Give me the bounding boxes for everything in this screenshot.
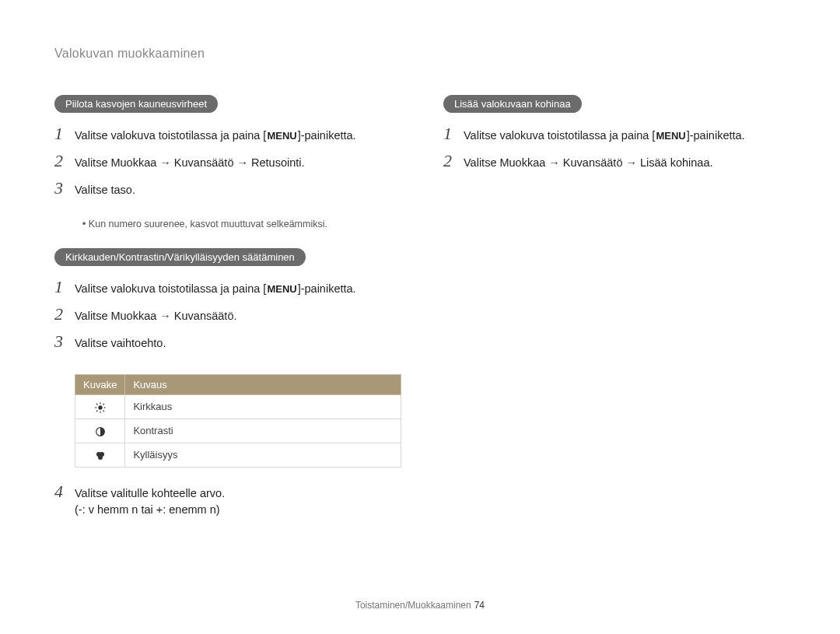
table-cell-desc: Kylläisyys [125, 443, 401, 467]
step-main: Valitse valitulle kohteelle arvo. [75, 487, 225, 499]
step-text: Valitse valokuva toistotilassa ja paina … [464, 128, 745, 145]
step-text: Valitse Muokkaa → Kuvansäätö → Lisää koh… [464, 155, 713, 172]
step-item: 2 Valitse Muokkaa → Kuvansäätö → Retusoi… [54, 151, 397, 172]
svg-line-7 [96, 410, 97, 411]
step-item: 4 Valitse valitulle kohteelle arvo. (-: … [54, 482, 397, 520]
note-blemishes: Kun numero suurenee, kasvot muuttuvat se… [82, 219, 397, 229]
table-row: Kylläisyys [75, 443, 401, 467]
content-columns: Piilota kasvojen kauneusvirheet 1 Valits… [54, 92, 786, 541]
pill-add-noise: Lisää valokuvaan kohinaa [443, 95, 582, 113]
step-text: Valitse valokuva toistotilassa ja paina … [75, 128, 356, 145]
contrast-icon [75, 419, 125, 443]
step-item: 3 Valitse vaihtoehto. [54, 331, 397, 352]
step-number: 2 [443, 151, 464, 171]
steps-add-noise: 1 Valitse valokuva toistotilassa ja pain… [443, 124, 786, 172]
brightness-icon [75, 394, 125, 419]
step-number: 1 [443, 124, 464, 144]
step-pre: Valitse valokuva toistotilassa ja paina … [75, 129, 266, 142]
saturation-icon [75, 443, 125, 467]
right-column: Lisää valokuvaan kohinaa 1 Valitse valok… [443, 92, 786, 541]
step-text: Valitse Muokkaa → Kuvansäätö. [75, 308, 236, 325]
table-header-desc: Kuvaus [125, 374, 401, 394]
svg-line-8 [103, 404, 103, 405]
step-text: Valitse valokuva toistotilassa ja paina … [75, 281, 356, 298]
page-number: 74 [474, 600, 485, 611]
pill-adjust-bcs: Kirkkauden/Kontrastin/Värikylläisyyden s… [54, 248, 306, 266]
step-number: 2 [54, 151, 75, 171]
step-number: 1 [54, 124, 75, 144]
step-post: ]-painiketta. [298, 282, 356, 295]
step-item: 2 Valitse Muokkaa → Kuvansäätö. [54, 304, 397, 325]
step-text: Valitse taso. [75, 182, 135, 199]
pill-hide-blemishes: Piilota kasvojen kauneusvirheet [54, 95, 218, 113]
footer: Toistaminen/Muokkaaminen74 [0, 600, 840, 611]
menu-chip: MENU [656, 128, 685, 144]
step-number: 4 [54, 482, 75, 502]
menu-chip: MENU [267, 128, 296, 144]
menu-chip: MENU [267, 282, 296, 297]
left-column: Piilota kasvojen kauneusvirheet 1 Valits… [54, 92, 397, 541]
table-row: Kirkkaus [75, 394, 401, 419]
svg-line-5 [96, 404, 97, 405]
footer-text: Toistaminen/Muokkaaminen [355, 600, 471, 611]
options-table: Kuvake Kuvaus Kirkkaus Kontrasti [75, 374, 401, 468]
steps-adjust-bcs-a: 1 Valitse valokuva toistotilassa ja pain… [54, 277, 397, 352]
step-pre: Valitse valokuva toistotilassa ja paina … [75, 282, 266, 295]
step-number: 3 [54, 178, 75, 198]
page-title: Valokuvan muokkaaminen [54, 47, 786, 61]
table-row: Kontrasti [75, 419, 401, 443]
step-post: ]-painiketta. [298, 129, 356, 142]
steps-hide-blemishes: 1 Valitse valokuva toistotilassa ja pain… [54, 124, 397, 198]
step-item: 1 Valitse valokuva toistotilassa ja pain… [54, 277, 397, 298]
step-pre: Valitse valokuva toistotilassa ja paina … [464, 129, 655, 142]
step-text: Valitse valitulle kohteelle arvo. (-: v … [75, 485, 225, 520]
svg-point-0 [98, 405, 102, 409]
step-number: 2 [54, 304, 75, 324]
step-subnote: (-: v hemm n tai +: enemm n) [75, 503, 220, 516]
table-cell-desc: Kirkkaus [125, 394, 401, 419]
step-text: Valitse Muokkaa → Kuvansäätö → Retusoint… [75, 155, 305, 172]
svg-point-12 [98, 455, 103, 460]
svg-line-6 [103, 410, 103, 411]
step-text: Valitse vaihtoehto. [75, 335, 166, 352]
steps-adjust-bcs-b: 4 Valitse valitulle kohteelle arvo. (-: … [54, 482, 397, 520]
step-number: 3 [54, 331, 75, 352]
table-header-icon: Kuvake [75, 374, 125, 394]
step-item: 1 Valitse valokuva toistotilassa ja pain… [54, 124, 397, 145]
step-item: 1 Valitse valokuva toistotilassa ja pain… [443, 124, 786, 145]
step-item: 2 Valitse Muokkaa → Kuvansäätö → Lisää k… [443, 151, 786, 172]
step-number: 1 [54, 277, 75, 297]
step-post: ]-painiketta. [687, 129, 745, 142]
step-item: 3 Valitse taso. [54, 178, 397, 199]
table-cell-desc: Kontrasti [125, 419, 401, 443]
